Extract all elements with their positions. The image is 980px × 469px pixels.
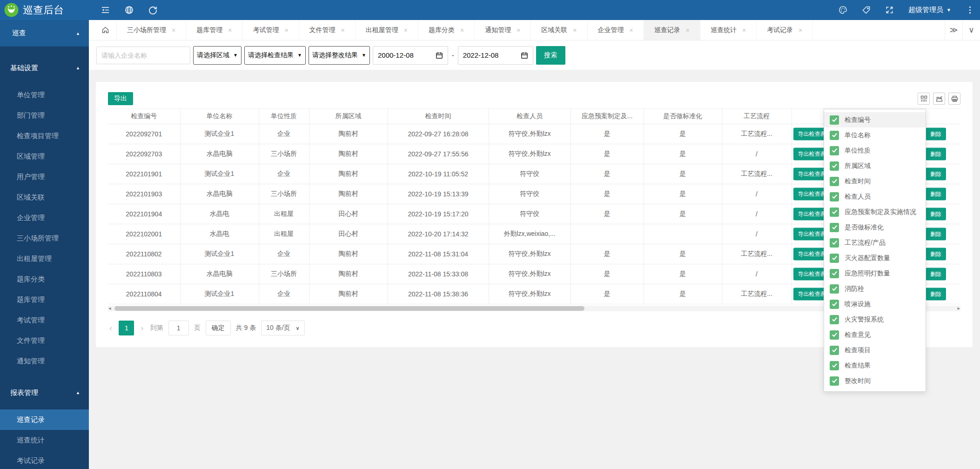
row-delete-button[interactable]: 删除 [926,168,946,181]
user-menu[interactable]: 超级管理员 ▼ [908,6,951,14]
checkbox-checked-icon[interactable] [830,238,839,248]
sidebar-group-report-management[interactable]: 报表管理 ▲ [0,382,89,403]
sidebar-item[interactable]: 题库分类 [0,269,89,289]
tab[interactable]: 企业管理 × [588,20,644,40]
column-header[interactable]: 应急预案制定及... [571,109,644,124]
rectify-result-select[interactable]: 请选择整改结果 ▼ [309,46,370,65]
current-page-button[interactable]: 1 [119,321,134,335]
tab-close-icon[interactable]: × [573,27,577,34]
tab-close-icon[interactable]: × [686,27,690,34]
checkbox-checked-icon[interactable] [830,254,839,263]
tab[interactable]: 巡查统计 × [700,20,757,40]
export-button[interactable]: 导出 [108,92,133,105]
column-header[interactable]: 工艺流程 [722,109,792,124]
tab-menu-button[interactable]: ∨ [962,20,980,40]
column-header[interactable]: 单位性质 [259,109,309,124]
column-toggle-item[interactable]: 单位性质 [824,143,926,158]
export-data-button[interactable] [933,93,945,105]
column-toggle-item[interactable]: 整改时间 [824,373,926,389]
tab[interactable]: 巡查记录 × [644,20,700,40]
sidebar-item[interactable]: 区域管理 [0,146,89,167]
checkbox-checked-icon[interactable] [830,315,839,324]
sidebar-item[interactable]: 出租屋管理 [0,248,89,269]
checkbox-checked-icon[interactable] [830,269,839,278]
tab-close-icon[interactable]: × [742,27,746,34]
tab[interactable]: 题库分类 × [418,20,475,40]
tab-close-icon[interactable]: × [284,27,288,34]
column-toggle-item[interactable]: 喷淋设施 [824,296,926,312]
column-toggle-item[interactable]: 消防栓 [824,281,926,296]
checkbox-checked-icon[interactable] [830,330,839,340]
checkbox-checked-icon[interactable] [830,177,839,186]
column-toggle-item[interactable]: 应急照明灯数量 [824,266,926,281]
collapse-menu-icon[interactable] [101,6,110,14]
row-delete-button[interactable]: 删除 [926,248,946,261]
checkbox-checked-icon[interactable] [830,192,839,201]
tab-close-icon[interactable]: × [341,27,345,34]
print-button[interactable] [948,93,960,105]
tag-icon[interactable] [862,6,871,14]
column-toggle-item[interactable]: 检查编号 [824,112,926,127]
checkbox-checked-icon[interactable] [830,146,839,155]
tab[interactable]: 通知管理 × [475,20,531,40]
sidebar-item[interactable]: 区域关联 [0,187,89,208]
column-header[interactable]: 检查时间 [388,109,489,124]
checkbox-checked-icon[interactable] [830,131,839,140]
tab[interactable]: 考试记录 × [757,20,813,40]
sidebar-item[interactable]: 文件管理 [0,330,89,351]
checkbox-checked-icon[interactable] [830,300,839,309]
column-toggle-item[interactable]: 所属区域 [824,158,926,174]
sidebar-item[interactable]: 巡查记录 [0,409,89,430]
tab-close-icon[interactable]: × [517,27,520,34]
region-select[interactable]: 请选择区域 ▼ [193,46,242,65]
fullscreen-icon[interactable] [885,6,894,14]
refresh-icon[interactable] [148,6,157,14]
column-header[interactable]: 是否做标准化 [644,109,722,124]
column-toggle-item[interactable]: 灭火器配置数量 [824,250,926,266]
tab-close-icon[interactable]: × [630,27,633,34]
column-header[interactable]: 单位名称 [180,109,259,124]
sidebar-item[interactable]: 单位管理 [0,85,89,105]
column-visibility-button[interactable] [918,93,930,105]
goto-page-input[interactable] [168,321,189,335]
column-toggle-item[interactable]: 检查意见 [824,327,926,342]
sidebar-item[interactable]: 通知管理 [0,351,89,371]
tab[interactable]: 题库管理 × [186,20,242,40]
sidebar-item[interactable]: 用户管理 [0,167,89,187]
scroll-left-icon[interactable]: ◂ [108,305,111,311]
tab-overflow-button[interactable]: ≫ [945,20,962,40]
prev-page-icon[interactable]: ‹ [108,323,114,333]
column-toggle-item[interactable]: 工艺流程/产品 [824,235,926,250]
checkbox-checked-icon[interactable] [830,346,839,355]
column-toggle-item[interactable]: 单位名称 [824,127,926,143]
sidebar-item[interactable]: 考试管理 [0,310,89,330]
tab[interactable]: 考试管理 × [242,20,299,40]
checkbox-checked-icon[interactable] [830,115,839,125]
row-delete-button[interactable]: 删除 [926,208,946,221]
row-delete-button[interactable]: 删除 [926,268,946,281]
column-toggle-item[interactable]: 检查人员 [824,189,926,204]
column-header[interactable]: 检查编号 [108,109,180,124]
column-toggle-item[interactable]: 应急预案制定及实施情况 [824,204,926,220]
per-page-select[interactable]: 10 条/页 ∨ [261,321,304,335]
checkbox-checked-icon[interactable] [830,284,839,294]
column-toggle-item[interactable]: 是否做标准化 [824,220,926,235]
tab-close-icon[interactable]: × [228,27,232,34]
date-to-field[interactable]: 2022-12-08 [458,46,533,65]
row-delete-button[interactable]: 删除 [926,188,946,201]
sidebar-group-basic-settings[interactable]: 基础设置 ▲ [0,58,89,78]
row-delete-button[interactable]: 删除 [926,288,946,301]
column-toggle-item[interactable]: 检查结果 [824,358,926,373]
tab-close-icon[interactable]: × [172,27,175,34]
company-name-input[interactable] [96,47,190,64]
next-page-icon[interactable]: › [139,323,145,333]
row-delete-button[interactable]: 删除 [926,128,946,141]
checkbox-checked-icon[interactable] [830,161,839,171]
tab[interactable]: 文件管理 × [299,20,356,40]
column-header[interactable]: 所属区域 [309,109,388,124]
tab-close-icon[interactable]: × [460,27,464,34]
search-button[interactable]: 搜索 [536,46,565,65]
column-toggle-item[interactable]: 火灾警报系统 [824,312,926,327]
scroll-right-icon[interactable]: ▸ [957,305,960,311]
scrollbar-thumb[interactable] [114,306,584,311]
